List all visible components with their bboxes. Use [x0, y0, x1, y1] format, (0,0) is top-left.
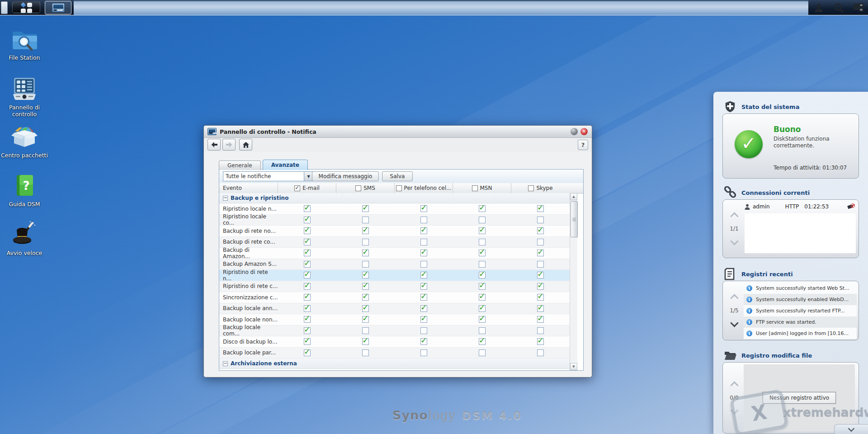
- notification-checkbox[interactable]: [304, 283, 311, 290]
- table-row[interactable]: Backup locale par...: [219, 348, 570, 359]
- notification-checkbox[interactable]: [537, 349, 544, 356]
- notification-checkbox[interactable]: [420, 205, 427, 212]
- log-row[interactable]: iUser [admin] logged in from [10.16...: [744, 328, 857, 339]
- scrollbar-thumb[interactable]: [571, 201, 578, 237]
- table-row[interactable]: Sincronizzazione c...: [219, 292, 570, 303]
- column-checkbox[interactable]: [294, 185, 300, 191]
- group-header-row[interactable]: Backup e ripristino: [219, 193, 570, 203]
- notification-checkbox[interactable]: [537, 327, 544, 334]
- notification-checkbox[interactable]: [362, 283, 369, 290]
- notification-checkbox[interactable]: [420, 316, 427, 323]
- notification-checkbox[interactable]: [479, 250, 486, 256]
- desktop-icon-control-panel[interactable]: Pannello di controllo: [1, 76, 48, 118]
- notification-checkbox[interactable]: [537, 250, 544, 256]
- notification-checkbox[interactable]: [537, 205, 544, 212]
- notification-checkbox[interactable]: [362, 239, 369, 245]
- notification-checkbox[interactable]: [537, 316, 544, 323]
- notification-checkbox[interactable]: [420, 349, 427, 356]
- log-row[interactable]: iSystem successfully enabled WebD...: [744, 294, 857, 305]
- table-row[interactable]: Ripristino di rete n...: [219, 270, 570, 281]
- group-header-row[interactable]: Archiviazione esterna: [219, 359, 570, 369]
- column-header-msn[interactable]: MSN: [453, 183, 511, 193]
- notification-checkbox[interactable]: [304, 338, 311, 345]
- pager-down-icon[interactable]: [730, 319, 738, 327]
- home-button[interactable]: [239, 139, 252, 151]
- notification-checkbox[interactable]: [420, 272, 427, 278]
- notification-checkbox[interactable]: [362, 294, 369, 301]
- log-row[interactable]: iSystem successfully restarted FTP...: [744, 305, 857, 316]
- notification-checkbox[interactable]: [362, 316, 369, 323]
- notification-checkbox[interactable]: [304, 305, 311, 312]
- notification-checkbox[interactable]: [479, 349, 486, 356]
- column-checkbox[interactable]: [396, 185, 402, 191]
- column-header-mobile[interactable]: Per telefono cel...: [395, 183, 453, 193]
- table-row[interactable]: Backup di rete no...: [219, 226, 570, 237]
- chevron-down-icon[interactable]: ▼: [304, 172, 313, 181]
- table-row[interactable]: Ripristino di rete c...: [219, 281, 570, 292]
- back-button[interactable]: [208, 139, 221, 151]
- notification-checkbox[interactable]: [362, 205, 369, 212]
- column-header-evento[interactable]: Evento: [219, 183, 278, 193]
- notification-checkbox[interactable]: [304, 217, 311, 223]
- notification-checkbox[interactable]: [304, 227, 311, 234]
- notification-checkbox[interactable]: [479, 261, 486, 268]
- notification-checkbox[interactable]: [537, 227, 544, 234]
- connection-row[interactable]: admin HTTP 01:22:53: [745, 203, 856, 210]
- notification-checkbox[interactable]: [537, 239, 544, 245]
- scroll-up-button[interactable]: ▲: [570, 193, 577, 200]
- table-row[interactable]: Backup di rete co...: [219, 237, 570, 248]
- notification-checkbox[interactable]: [479, 327, 486, 334]
- scroll-down-button[interactable]: ▼: [570, 363, 577, 370]
- notification-checkbox[interactable]: [362, 272, 369, 278]
- notification-checkbox[interactable]: [362, 349, 369, 356]
- main-menu-button[interactable]: [12, 1, 40, 13]
- notification-checkbox[interactable]: [362, 327, 369, 334]
- notification-checkbox[interactable]: [537, 261, 544, 268]
- notification-checkbox[interactable]: [479, 316, 486, 323]
- notification-checkbox[interactable]: [420, 239, 427, 245]
- notification-checkbox[interactable]: [420, 327, 427, 334]
- notification-checkbox[interactable]: [537, 272, 544, 278]
- column-header-email[interactable]: E-mail: [278, 183, 336, 193]
- notification-checkbox[interactable]: [304, 327, 311, 334]
- notification-checkbox[interactable]: [420, 283, 427, 290]
- notification-checkbox[interactable]: [479, 217, 486, 223]
- pager-down-icon[interactable]: [730, 237, 738, 245]
- notification-checkbox[interactable]: [420, 294, 427, 301]
- notification-checkbox[interactable]: [420, 261, 427, 268]
- column-checkbox[interactable]: [472, 185, 478, 191]
- notification-checkbox[interactable]: [304, 261, 311, 268]
- notification-checkbox[interactable]: [420, 227, 427, 234]
- tab-avanzate[interactable]: Avanzate: [263, 160, 308, 170]
- table-row[interactable]: Ripristino locale n...: [219, 203, 570, 215]
- column-header-skype[interactable]: Skype: [511, 183, 570, 193]
- notification-checkbox[interactable]: [420, 217, 427, 223]
- table-row[interactable]: Backup locale non...: [219, 314, 570, 326]
- notification-filter-select[interactable]: Tutte le notifiche ▼: [223, 171, 313, 181]
- table-row[interactable]: Backup locale com...: [219, 326, 570, 337]
- notification-checkbox[interactable]: [537, 305, 544, 312]
- notification-checkbox[interactable]: [537, 283, 544, 290]
- notification-checkbox[interactable]: [362, 217, 369, 223]
- desktop-icon-file-station[interactable]: File Station: [1, 26, 48, 61]
- pilot-view-icon[interactable]: [853, 2, 864, 14]
- notification-checkbox[interactable]: [479, 305, 486, 312]
- notification-checkbox[interactable]: [304, 250, 311, 256]
- desktop-icon-quick-start[interactable]: Avvio veloce: [1, 221, 48, 256]
- notification-checkbox[interactable]: [304, 205, 311, 212]
- pager-up-icon[interactable]: [730, 381, 738, 389]
- notification-checkbox[interactable]: [304, 316, 311, 323]
- table-row[interactable]: Backup locale ann...: [219, 303, 570, 315]
- notification-checkbox[interactable]: [304, 349, 311, 356]
- desktop-icon-dsm-help[interactable]: ? Guida DSM: [1, 173, 48, 208]
- close-button[interactable]: ✕: [580, 128, 588, 135]
- edit-message-button[interactable]: Modifica messaggio: [312, 171, 379, 181]
- notification-checkbox[interactable]: [479, 338, 486, 345]
- log-row[interactable]: iFTP service was started.: [744, 316, 857, 328]
- column-checkbox[interactable]: [355, 185, 361, 191]
- collapse-icon[interactable]: [223, 361, 228, 366]
- sidebar-collapse-button[interactable]: [834, 424, 868, 434]
- notification-checkbox[interactable]: [537, 217, 544, 223]
- window-titlebar[interactable]: Pannello di controllo - Notifica ✕: [204, 126, 592, 138]
- notification-checkbox[interactable]: [479, 239, 486, 245]
